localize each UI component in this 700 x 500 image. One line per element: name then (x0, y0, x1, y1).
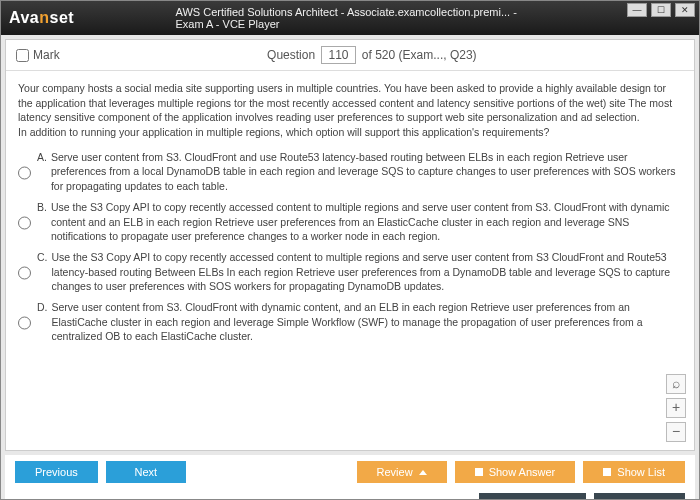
show-answer-label: Show Answer (489, 466, 556, 478)
logo-text2: set (50, 9, 75, 26)
maximize-button[interactable]: ☐ (651, 3, 671, 17)
minimize-button[interactable]: — (627, 3, 647, 17)
zoom-out-button[interactable]: − (666, 422, 686, 442)
option-a: A. Serve user content from S3. CloudFron… (18, 150, 682, 194)
option-a-label: A. (37, 150, 47, 194)
window-controls: — ☐ ✕ (627, 3, 695, 17)
mark-checkbox[interactable] (16, 49, 29, 62)
option-a-radio[interactable] (18, 152, 31, 194)
review-button[interactable]: Review (357, 461, 447, 483)
content-panel: Mark Question 110 of 520 (Exam..., Q23) … (5, 39, 695, 451)
logo-text: Ava (9, 9, 39, 26)
option-d-text: Serve user content from S3. CloudFront w… (52, 300, 683, 344)
previous-button[interactable]: Previous (15, 461, 98, 483)
question-number: 110 (321, 46, 355, 64)
close-button[interactable]: ✕ (675, 3, 695, 17)
question-text: Your company hosts a social media site s… (18, 81, 682, 140)
show-list-button[interactable]: Show List (583, 461, 685, 483)
question-total: of 520 (Exam..., Q23) (362, 48, 477, 62)
question-label: Question (267, 48, 315, 62)
question-body: Your company hosts a social media site s… (6, 71, 694, 450)
show-answer-button[interactable]: Show Answer (455, 461, 576, 483)
end-exam-button[interactable]: End Exam (594, 493, 685, 500)
option-c-text: Use the S3 Copy API to copy recently acc… (52, 250, 683, 294)
mark-label: Mark (33, 48, 60, 62)
next-button[interactable]: Next (106, 461, 186, 483)
square-icon (603, 468, 611, 476)
zoom-controls: ⌕ + − (666, 374, 686, 442)
window-title: AWS Certified Solutions Architect - Asso… (176, 6, 525, 30)
square-icon (475, 468, 483, 476)
session-toolbar: Save Session End Exam (5, 489, 695, 500)
option-c-radio[interactable] (18, 252, 31, 294)
zoom-in-button[interactable]: + (666, 398, 686, 418)
logo: Avanset (9, 9, 74, 27)
show-list-label: Show List (617, 466, 665, 478)
option-c: C. Use the S3 Copy API to copy recently … (18, 250, 682, 294)
review-label: Review (377, 466, 413, 478)
question-header: Mark Question 110 of 520 (Exam..., Q23) (6, 40, 694, 71)
nav-toolbar: Previous Next Review Show Answer Show Li… (5, 455, 695, 489)
option-b-text: Use the S3 Copy API to copy recently acc… (51, 200, 682, 244)
option-d: D. Serve user content from S3. CloudFron… (18, 300, 682, 344)
option-b-radio[interactable] (18, 202, 31, 244)
option-a-text: Serve user content from S3. CloudFront a… (51, 150, 682, 194)
option-d-label: D. (37, 300, 48, 344)
question-para2: In addition to running your application … (18, 126, 549, 138)
option-b-label: B. (37, 200, 47, 244)
titlebar: Avanset AWS Certified Solutions Architec… (1, 1, 699, 35)
search-icon[interactable]: ⌕ (666, 374, 686, 394)
logo-accent: n (39, 9, 49, 26)
save-session-button[interactable]: Save Session (479, 493, 586, 500)
triangle-up-icon (419, 470, 427, 475)
option-b: B. Use the S3 Copy API to copy recently … (18, 200, 682, 244)
option-d-radio[interactable] (18, 302, 31, 344)
option-c-label: C. (37, 250, 48, 294)
question-para1: Your company hosts a social media site s… (18, 82, 672, 123)
options-list: A. Serve user content from S3. CloudFron… (18, 150, 682, 344)
question-counter: Question 110 of 520 (Exam..., Q23) (60, 46, 684, 64)
